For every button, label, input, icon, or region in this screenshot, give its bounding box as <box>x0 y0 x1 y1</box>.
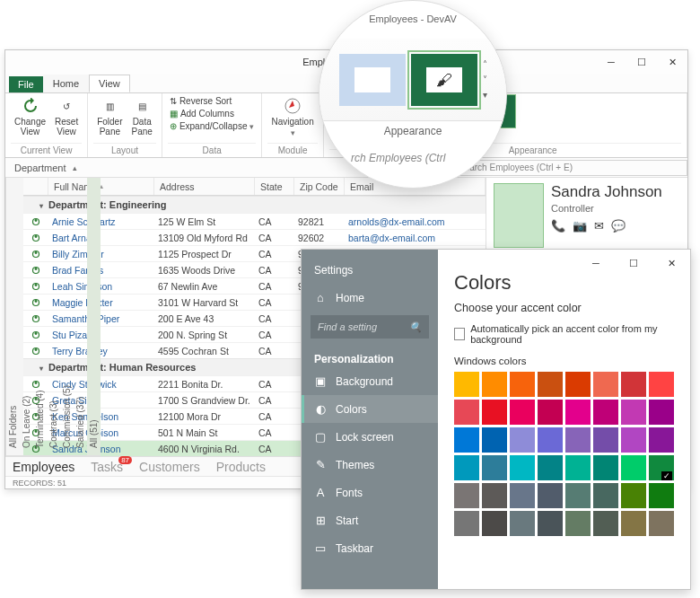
color-swatch[interactable] <box>649 427 674 453</box>
video-icon[interactable]: 📷 <box>573 219 587 233</box>
color-swatch[interactable] <box>482 455 507 480</box>
color-swatch[interactable] <box>621 511 646 536</box>
color-swatch[interactable] <box>565 427 591 453</box>
color-swatch[interactable] <box>649 483 674 508</box>
reset-view-button[interactable]: ↺Reset View <box>51 95 82 138</box>
btab-customers[interactable]: Customers <box>139 460 200 474</box>
navigation-button[interactable]: Navigation▾ <box>267 95 317 139</box>
color-swatch[interactable] <box>510 455 535 480</box>
btab-products[interactable]: Products <box>216 460 266 474</box>
nav-taskbar[interactable]: ▭Taskbar <box>302 534 438 562</box>
maximize-button[interactable]: ☐ <box>626 50 657 74</box>
color-swatch[interactable] <box>510 511 535 536</box>
expand-collapse-button[interactable]: ⊕Expand/Collapse▾ <box>168 120 257 132</box>
color-swatch[interactable] <box>593 372 618 397</box>
color-swatch[interactable] <box>482 400 507 425</box>
color-swatch[interactable] <box>454 372 479 397</box>
auto-accent-checkbox[interactable]: Automatically pick an accent color from … <box>454 323 674 345</box>
theme-current[interactable]: 🖌 <box>411 54 477 106</box>
color-swatch[interactable] <box>510 427 535 453</box>
find-setting-input[interactable]: Find a setting🔍 <box>311 315 429 339</box>
nav-start[interactable]: ⊞Start <box>302 506 438 534</box>
color-swatch[interactable] <box>454 455 479 480</box>
chat-icon[interactable]: 💬 <box>611 219 626 233</box>
vtab-allfolders[interactable]: All Folders <box>6 178 20 456</box>
color-swatch[interactable] <box>538 455 563 480</box>
color-swatch[interactable] <box>565 400 591 425</box>
minimize-button[interactable]: ─ <box>596 50 626 74</box>
folder-pane-button[interactable]: ▥Folder Pane <box>93 95 126 138</box>
tab-view[interactable]: View <box>89 75 130 92</box>
color-swatch[interactable] <box>593 455 618 480</box>
color-swatch[interactable] <box>482 372 507 397</box>
color-swatch[interactable] <box>538 511 563 536</box>
reverse-sort-button[interactable]: ⇅Reverse Sort <box>168 95 257 107</box>
dropdown-icon[interactable]: ▾ <box>483 90 487 100</box>
color-swatch[interactable] <box>621 372 646 397</box>
vtab-terminated[interactable]: Terminated (4) <box>33 178 47 456</box>
vtab-all[interactable]: All (51) <box>87 178 101 456</box>
search-input[interactable]: Search Employees (Ctrl + E) <box>454 160 687 176</box>
chevron-up-icon[interactable]: ▴ <box>73 163 77 172</box>
btab-tasks[interactable]: Tasks87 <box>91 460 123 474</box>
color-swatch[interactable] <box>482 511 507 536</box>
nav-lockscreen[interactable]: ▢Lock screen <box>302 423 438 451</box>
color-swatch[interactable] <box>649 455 674 480</box>
nav-background[interactable]: ▣Background <box>302 367 438 395</box>
color-swatch[interactable] <box>482 427 507 453</box>
nav-fonts[interactable]: AFonts <box>302 479 438 506</box>
color-swatch[interactable] <box>649 400 674 425</box>
color-swatch[interactable] <box>538 427 563 453</box>
settings-close[interactable]: ✕ <box>652 250 690 277</box>
color-swatch[interactable] <box>593 427 618 453</box>
tab-file[interactable]: File <box>9 76 43 92</box>
nav-colors[interactable]: ◐Colors <box>302 395 438 423</box>
tab-home[interactable]: Home <box>43 75 89 92</box>
mail-icon[interactable]: ✉ <box>594 219 604 233</box>
color-swatch[interactable] <box>649 511 674 536</box>
phone-icon[interactable]: 📞 <box>551 219 565 233</box>
color-swatch[interactable] <box>565 455 591 480</box>
vtab-salaried[interactable]: Salaried (37) <box>74 178 87 456</box>
vtab-onleave[interactable]: On Leave (2) <box>20 178 33 456</box>
vtab-contract[interactable]: Contract (3) <box>47 178 60 456</box>
color-swatch[interactable] <box>454 400 479 425</box>
btab-employees[interactable]: Employees <box>13 460 74 474</box>
nav-themes[interactable]: ✎Themes <box>302 451 438 479</box>
color-swatch[interactable] <box>538 483 563 508</box>
col-zip[interactable]: Zip Code <box>294 178 345 195</box>
color-swatch[interactable] <box>593 483 618 508</box>
add-columns-button[interactable]: ▦Add Columns <box>168 108 257 119</box>
nav-home[interactable]: ⌂Home <box>302 284 438 312</box>
col-address[interactable]: Address <box>154 178 255 195</box>
color-swatch[interactable] <box>621 455 646 480</box>
color-swatch[interactable] <box>593 511 618 536</box>
color-swatch[interactable] <box>621 427 646 453</box>
color-swatch[interactable] <box>565 511 591 536</box>
change-view-button[interactable]: Change View <box>11 95 49 138</box>
color-swatch[interactable] <box>621 400 646 425</box>
color-swatch[interactable] <box>454 483 479 508</box>
close-button[interactable]: ✕ <box>657 50 687 74</box>
settings-maximize[interactable]: ☐ <box>615 250 652 277</box>
color-swatch[interactable] <box>482 483 507 508</box>
color-swatch[interactable] <box>593 400 618 425</box>
color-swatch[interactable] <box>538 400 563 425</box>
vtab-commission[interactable]: Commission (5) <box>60 178 74 456</box>
color-swatch[interactable] <box>565 372 591 397</box>
color-swatch[interactable] <box>565 483 591 508</box>
color-swatch[interactable] <box>538 372 563 397</box>
color-swatch[interactable] <box>510 400 535 425</box>
color-swatch[interactable] <box>454 427 479 453</box>
data-pane-button[interactable]: ▤Data Pane <box>128 95 156 138</box>
chevron-down-icon[interactable]: ˅ <box>483 75 487 84</box>
color-swatch[interactable] <box>454 511 479 536</box>
color-swatch[interactable] <box>510 483 535 508</box>
color-swatch[interactable] <box>621 483 646 508</box>
chevron-up-icon[interactable]: ˄ <box>483 59 487 69</box>
color-swatch[interactable] <box>510 372 535 397</box>
col-state[interactable]: State <box>255 178 294 195</box>
color-swatch[interactable] <box>649 372 674 397</box>
theme-prev[interactable] <box>339 54 406 106</box>
settings-minimize[interactable]: ─ <box>577 250 615 277</box>
